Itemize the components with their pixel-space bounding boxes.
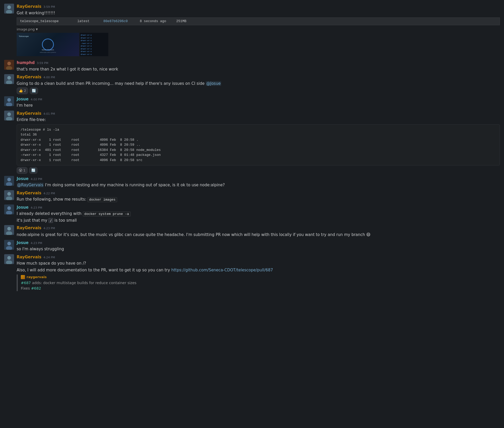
inline-code: docker images xyxy=(87,197,117,202)
message-header: RayGervais 3:59 PM xyxy=(17,4,500,10)
pr-number-link[interactable]: #687 xyxy=(21,281,31,285)
message-text: Also, I will add more documentation to t… xyxy=(17,267,500,273)
thumbsup-emoji: 👍 xyxy=(19,88,23,93)
timestamp: 4:23 PM xyxy=(31,206,42,210)
message-text: @RayGervais I'm doing some testing and m… xyxy=(17,182,500,188)
message-text: I'm here xyxy=(17,103,500,108)
message-header: RayGervais 4:24 PM xyxy=(17,254,500,260)
mention[interactable]: @RayGervais xyxy=(17,183,44,187)
mention[interactable]: @Josue xyxy=(206,81,221,86)
inline-code: docker system prune -a xyxy=(83,212,131,216)
refresh-emoji: 🔄 xyxy=(32,88,36,93)
quote-fixes: Fixes #682 xyxy=(21,286,500,291)
docker-name: telescope_telescope xyxy=(20,19,72,24)
quote-text: #687 adds: docker multistage builds for … xyxy=(21,280,500,286)
message-text: node:alpine is great for it's size, but … xyxy=(17,232,500,238)
message-text: Entire file-tree: xyxy=(17,117,500,123)
message-header: Josue 4:23 PM xyxy=(17,240,500,246)
message-group: RayGervais 4:22 PM Run the following, sh… xyxy=(0,189,504,203)
username[interactable]: humphd xyxy=(17,60,35,66)
timestamp: 4:22 PM xyxy=(43,191,55,196)
svg-point-13 xyxy=(7,112,11,116)
svg-point-31 xyxy=(7,256,11,260)
message-group: Josue 4:00 PM I'm here xyxy=(0,95,504,109)
avatar xyxy=(4,254,14,264)
wow-emoji: 😮 xyxy=(19,168,22,173)
username[interactable]: Josue xyxy=(17,240,29,246)
svg-point-7 xyxy=(7,76,11,80)
message-text: How much space do you have on /? xyxy=(17,260,500,266)
message-text: Run the following, show me results: dock… xyxy=(17,196,500,202)
username[interactable]: Josue xyxy=(17,205,29,210)
message-content: humphd 3:59 PM that's more than 2x what … xyxy=(17,60,500,72)
timestamp: 4:22 PM xyxy=(31,177,42,182)
message-content: RayGervais 4:00 PM Going to do a clean b… xyxy=(17,74,500,94)
svg-point-10 xyxy=(7,98,11,102)
message-text: so I'm always struggling xyxy=(17,246,500,252)
message-header: RayGervais 4:01 PM xyxy=(17,111,500,117)
docker-size: 251MB xyxy=(176,19,197,24)
message-header: Josue 4:22 PM xyxy=(17,176,500,182)
pr-link[interactable]: https://github.com/Seneca-CDOT/telescope… xyxy=(171,268,273,272)
message-group: Josue 4:23 PM so I'm always struggling xyxy=(0,238,504,253)
svg-point-19 xyxy=(7,192,11,196)
message-group: Josue 4:23 PM I already deleted everythi… xyxy=(0,203,504,217)
username[interactable]: Josue xyxy=(17,96,29,102)
quote-block: raygervais #687 adds: docker multistage … xyxy=(17,274,500,291)
svg-point-4 xyxy=(7,62,11,65)
message-header: RayGervais 4:22 PM xyxy=(17,190,500,196)
message-group: Josue 4:22 PM @RayGervais I'm doing some… xyxy=(0,174,504,189)
message-text: I already deleted everything with docker… xyxy=(17,211,500,217)
reaction-wow[interactable]: 😮 1 xyxy=(17,167,28,174)
timestamp: 4:23 PM xyxy=(31,241,42,246)
message-content: RayGervais 4:23 PM node:alpine is great … xyxy=(17,225,500,238)
username[interactable]: RayGervais xyxy=(17,74,41,80)
message-header: RayGervais 4:23 PM xyxy=(17,225,500,231)
reactions: 😮 1 🔄 xyxy=(17,167,500,174)
reactions: 👍 2 🔄 xyxy=(17,87,500,94)
message-content: RayGervais 4:24 PM How much space do you… xyxy=(17,254,500,266)
message-text: it's just that my / is too small xyxy=(17,218,500,223)
message-group: RayGervais 4:00 PM Going to do a clean b… xyxy=(0,73,504,95)
fixes-number-link[interactable]: #682 xyxy=(31,286,41,290)
image-preview[interactable]: Telescope Media Platform telescope.cdot.… xyxy=(17,33,121,56)
quote-username: raygervais xyxy=(27,274,47,280)
message-group: RayGervais 4:24 PM How much space do you… xyxy=(0,253,504,267)
message-content: Josue 4:23 PM so I'm always struggling xyxy=(17,240,500,252)
avatar xyxy=(4,176,14,186)
message-continuation: it's just that my / is too small xyxy=(0,217,504,224)
username[interactable]: RayGervais xyxy=(17,225,41,231)
timestamp: 4:00 PM xyxy=(43,75,55,80)
docker-time: 8 seconds ago xyxy=(140,19,171,24)
refresh-emoji: 🔄 xyxy=(31,168,35,173)
message-content: RayGervais 4:01 PM Entire file-tree: /te… xyxy=(17,111,500,174)
timestamp: 4:24 PM xyxy=(43,255,55,260)
username[interactable]: RayGervais xyxy=(17,254,41,260)
message-content: Josue 4:23 PM I already deleted everythi… xyxy=(17,205,500,217)
svg-point-1 xyxy=(7,5,11,9)
message-continuation: Also, I will add more documentation to t… xyxy=(0,267,504,291)
image-right-preview: drwxr-xr-x drwxr-xr-x drwxr-xr-x -rwxr-x… xyxy=(80,33,108,56)
message-content: Josue 4:22 PM @RayGervais I'm doing some… xyxy=(17,176,500,188)
chevron-down-icon[interactable]: ▼ xyxy=(36,27,38,31)
username[interactable]: RayGervais xyxy=(17,4,41,10)
docker-hash: 80e87b6206c0 xyxy=(103,19,135,24)
avatar xyxy=(4,111,14,120)
avatar xyxy=(4,4,14,14)
avatar xyxy=(4,205,14,214)
message-header: RayGervais 4:00 PM xyxy=(17,74,500,80)
svg-point-25 xyxy=(7,227,11,231)
username[interactable]: Josue xyxy=(17,176,29,182)
avatar xyxy=(4,96,14,106)
timestamp: 3:59 PM xyxy=(43,5,55,9)
username[interactable]: RayGervais xyxy=(17,111,41,117)
message-text: Got it working!!!!!!! xyxy=(17,10,500,16)
svg-point-16 xyxy=(7,178,11,181)
code-block: /telescope # ls -la total 36 drwxr-xr-x … xyxy=(17,124,500,166)
reaction-refresh[interactable]: 🔄 xyxy=(30,87,38,94)
message-content: RayGervais 4:22 PM Run the following, sh… xyxy=(17,190,500,202)
username[interactable]: RayGervais xyxy=(17,190,41,196)
quote-avatar xyxy=(21,275,25,279)
reaction-thumbsup[interactable]: 👍 2 xyxy=(17,87,28,94)
reaction-refresh[interactable]: 🔄 xyxy=(29,167,37,174)
